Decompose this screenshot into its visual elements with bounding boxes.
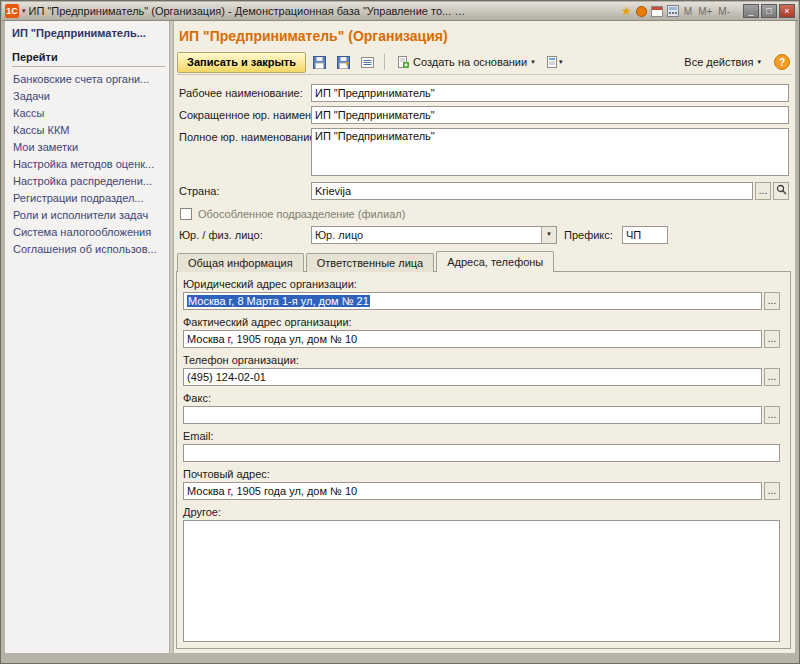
- chevron-down-icon: ▾: [559, 58, 563, 66]
- memory-m-minus-button[interactable]: M-: [717, 6, 731, 17]
- other-textarea[interactable]: [183, 520, 780, 642]
- country-choose-button[interactable]: ...: [755, 182, 771, 200]
- chevron-down-icon: ▾: [531, 58, 535, 66]
- sidebar-item-cash-desks[interactable]: Кассы: [12, 105, 165, 122]
- country-search-button[interactable]: [773, 182, 789, 200]
- create-based-on-label: Создать на основании: [413, 56, 527, 68]
- form-toolbar: Записать и закрыть Создать на основании …: [177, 50, 792, 75]
- help-button[interactable]: ?: [774, 54, 790, 70]
- sidebar-nav-header: Перейти: [12, 51, 165, 67]
- phone-input[interactable]: [183, 368, 762, 386]
- working-name-input[interactable]: [311, 84, 789, 102]
- sidebar-item-tasks[interactable]: Задачи: [12, 88, 165, 105]
- country-label: Страна:: [179, 185, 219, 197]
- post-document-icon: [337, 56, 350, 69]
- sidebar-item-kkm-cash-desks[interactable]: Кассы ККМ: [12, 122, 165, 139]
- actual-address-input[interactable]: [183, 330, 762, 348]
- titlebar-service-icons: ★ M M+ M- _ □ ×: [621, 4, 795, 18]
- document-icon: [546, 56, 558, 68]
- info-icon[interactable]: [636, 6, 647, 17]
- system-menu-arrow-icon[interactable]: ▾: [22, 7, 26, 15]
- legal-entity-label: Юр. / физ. лицо:: [179, 229, 263, 241]
- short-name-input[interactable]: [311, 106, 789, 124]
- favorites-star-icon[interactable]: ★: [621, 5, 632, 17]
- other-label: Другое:: [183, 506, 221, 518]
- page-title: ИП "Предприниматель" (Организация): [179, 28, 448, 44]
- calendar-icon[interactable]: [651, 5, 663, 17]
- sidebar-item-my-notes[interactable]: Мои заметки: [12, 139, 165, 156]
- working-name-label: Рабочее наименование:: [179, 87, 303, 99]
- sidebar-item-taxation-system[interactable]: Система налогообложения: [12, 224, 165, 241]
- phone-choose-button[interactable]: ...: [764, 368, 780, 386]
- all-actions-label: Все действия: [684, 56, 753, 68]
- sidebar-item-division-registrations[interactable]: Регистрации подраздел...: [12, 190, 165, 207]
- calculator-icon[interactable]: [667, 5, 679, 17]
- titlebar: 1С ▾ ИП "Предприниматель" (Организация) …: [2, 2, 798, 21]
- maximize-button[interactable]: □: [761, 4, 777, 18]
- memory-m-plus-button[interactable]: M+: [697, 6, 713, 17]
- save-icon: [313, 56, 326, 69]
- fax-input[interactable]: [183, 406, 762, 424]
- tab-responsible-persons[interactable]: Ответственные лица: [306, 253, 435, 272]
- sidebar-title: ИП "Предприниматель...: [12, 27, 165, 39]
- tab-addresses-phones[interactable]: Адреса, телефоны: [436, 251, 554, 272]
- tab-bar: Общая информация Ответственные лица Адре…: [177, 251, 554, 272]
- legal-address-label: Юридический адрес организации:: [183, 278, 357, 290]
- minimize-button[interactable]: _: [743, 4, 759, 18]
- legal-address-input[interactable]: Москва г, 8 Марта 1-я ул, дом № 21: [183, 292, 762, 310]
- show-in-list-icon: [361, 56, 374, 69]
- fax-choose-button[interactable]: ...: [764, 406, 780, 424]
- tab-general-info[interactable]: Общая информация: [177, 253, 304, 272]
- reports-menu-button[interactable]: ▾: [544, 52, 565, 72]
- post-document-button[interactable]: [333, 52, 354, 72]
- magnifier-icon: [776, 184, 787, 195]
- create-based-on-button[interactable]: Создать на основании ▾: [391, 53, 541, 71]
- postal-address-label: Почтовый адрес:: [183, 468, 270, 480]
- email-input[interactable]: [183, 444, 780, 462]
- addresses-panel: Юридический адрес организации: Москва г,…: [176, 271, 791, 649]
- prefix-input[interactable]: [622, 226, 668, 244]
- create-based-on-icon: [397, 56, 409, 68]
- postal-address-choose-button[interactable]: ...: [764, 482, 780, 500]
- client-area: ИП "Предприниматель... Перейти Банковски…: [5, 21, 795, 653]
- form-area: ИП "Предприниматель" (Организация) Запис…: [174, 21, 795, 653]
- fax-label: Факс:: [183, 392, 211, 404]
- phone-label: Телефон организации:: [183, 354, 299, 366]
- memory-m-button[interactable]: M: [683, 6, 693, 17]
- window-title: ИП "Предприниматель" (Организация) - Дем…: [29, 5, 469, 17]
- save-and-close-button[interactable]: Записать и закрыть: [177, 52, 306, 73]
- legal-entity-combo[interactable]: Юр. лицо ▼: [311, 226, 557, 244]
- country-input[interactable]: [311, 182, 753, 200]
- window-controls: _ □ ×: [743, 4, 795, 18]
- toolbar-separator: [384, 54, 385, 70]
- sidebar-item-roles-executors[interactable]: Роли и исполнители задач: [12, 207, 165, 224]
- separate-division-checkbox[interactable]: [180, 208, 192, 220]
- selected-text: Москва г, 8 Марта 1-я ул, дом № 21: [187, 295, 370, 307]
- all-actions-button[interactable]: Все действия ▾: [678, 53, 767, 71]
- app-logo-icon[interactable]: 1С: [5, 4, 19, 18]
- sidebar-item-bank-accounts[interactable]: Банковские счета органи...: [12, 71, 165, 88]
- postal-address-input[interactable]: [183, 482, 762, 500]
- chevron-down-icon: ▾: [757, 58, 761, 66]
- save-button[interactable]: [309, 52, 330, 72]
- combo-dropdown-icon[interactable]: ▼: [541, 227, 556, 243]
- separate-division-label: Обособленное подразделение (филиал): [198, 208, 405, 220]
- app-window: 1С ▾ ИП "Предприниматель" (Организация) …: [0, 0, 800, 664]
- email-label: Email:: [183, 430, 214, 442]
- legal-entity-value: Юр. лицо: [315, 229, 363, 241]
- sidebar: ИП "Предприниматель... Перейти Банковски…: [5, 21, 169, 653]
- actual-address-choose-button[interactable]: ...: [764, 330, 780, 348]
- actual-address-label: Фактический адрес организации:: [183, 316, 352, 328]
- show-in-list-button[interactable]: [357, 52, 378, 72]
- full-name-label: Полное юр. наименование:: [179, 131, 319, 143]
- sidebar-item-distribution-setup[interactable]: Настройка распределени...: [12, 173, 165, 190]
- sidebar-item-valuation-methods[interactable]: Настройка методов оценк...: [12, 156, 165, 173]
- toolbar-right-group: Все действия ▾ ?: [678, 53, 792, 71]
- full-name-textarea[interactable]: ИП "Предприниматель": [311, 128, 789, 176]
- prefix-label: Префикс:: [564, 229, 613, 241]
- close-button[interactable]: ×: [779, 4, 795, 18]
- legal-address-choose-button[interactable]: ...: [764, 292, 780, 310]
- sidebar-item-usage-agreements[interactable]: Соглашения об использов...: [12, 241, 165, 258]
